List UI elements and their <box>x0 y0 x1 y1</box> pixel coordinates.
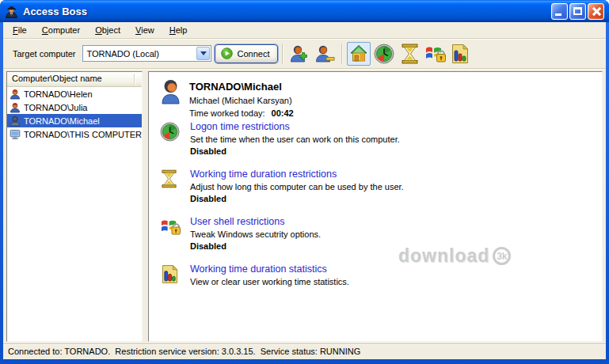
logon-time-restrictions-link[interactable]: Logon time restrictions <box>190 121 290 132</box>
status-bar: Connected to: TORNADO. Restriction servi… <box>3 343 606 359</box>
remove-user-button[interactable] <box>313 42 337 66</box>
list-item-michael[interactable]: TORNADO\Michael <box>7 114 142 127</box>
section-status: Disabled <box>190 146 400 156</box>
target-computer-label: Target computer <box>13 49 75 59</box>
list-column-header[interactable]: Computer\Object name <box>7 72 142 87</box>
add-user-button[interactable] <box>287 42 311 66</box>
windows-lock-icon <box>424 44 446 63</box>
user-icon <box>10 89 21 100</box>
list-item-label: TORNADO\THIS COMPUTER <box>24 130 142 139</box>
statistics-button[interactable] <box>448 42 472 66</box>
list-item-label: TORNADO\Michael <box>24 116 100 126</box>
user-name: TORNADO\Michael <box>189 79 294 93</box>
details-panel: TORNADO\Michael Michael (Michael Karsyan… <box>148 71 603 342</box>
combobox-dropdown-button[interactable] <box>196 47 210 60</box>
app-window: Access Boss File Computer Object View He… <box>0 0 609 364</box>
chart-document-icon <box>451 44 469 64</box>
list-item-label: TORNADO\Helen <box>24 89 93 99</box>
section-description: Set the time when the user can work on t… <box>190 135 400 144</box>
toolbar-separator <box>282 44 283 64</box>
title-bar: Access Boss <box>0 0 609 22</box>
list-item-this-computer[interactable]: TORNADO\THIS COMPUTER <box>7 127 142 141</box>
add-user-icon <box>290 44 310 63</box>
connect-label: Connect <box>237 49 269 59</box>
close-button[interactable] <box>588 3 604 20</box>
remove-user-icon <box>315 44 335 63</box>
section-status: Disabled <box>190 241 321 251</box>
time-worked-value: 00:42 <box>272 108 294 118</box>
user-icon <box>10 116 21 127</box>
working-time-statistics-link[interactable]: Working time duration statistics <box>190 264 327 275</box>
user-full-name: Michael (Michael Karsyan) <box>189 96 294 105</box>
computer-icon <box>10 129 21 140</box>
section-description: View or clear user working time statisti… <box>190 277 349 286</box>
section-working-time: Working time duration restrictions Adjus… <box>149 169 602 216</box>
clock-icon <box>374 44 394 64</box>
section-description: Tweak Windows secutrity options. <box>190 229 321 239</box>
menu-object[interactable]: Object <box>89 25 127 36</box>
windows-lock-icon <box>160 217 181 236</box>
computer-object-list: Computer\Object name TORNADO\Helen TORNA… <box>6 71 143 342</box>
logon-time-restrictions-button[interactable] <box>372 42 396 66</box>
section-user-shell: User shell restrictions Tweak Windows se… <box>149 216 602 264</box>
menu-help[interactable]: Help <box>163 25 194 36</box>
list-item-label: TORNADO\Julia <box>24 103 87 112</box>
window-title: Access Boss <box>23 6 550 17</box>
chevron-down-icon <box>200 51 207 55</box>
working-time-restrictions-button[interactable] <box>398 42 421 66</box>
hourglass-icon <box>402 44 418 64</box>
menu-view[interactable]: View <box>129 25 161 36</box>
section-status: Disabled <box>190 194 404 203</box>
user-shell-restrictions-link[interactable]: User shell restrictions <box>190 216 284 227</box>
menu-computer[interactable]: Computer <box>36 25 86 36</box>
combobox-value: TORNADO (Local) <box>83 49 196 59</box>
menu-bar: File Computer Object View Help <box>3 22 606 38</box>
clock-icon <box>160 122 180 142</box>
working-time-restrictions-link[interactable]: Working time duration restrictions <box>190 169 337 180</box>
connect-button[interactable]: Connect <box>215 44 278 63</box>
time-worked-label: Time worked today: <box>189 108 265 118</box>
section-statistics: Working time duration statistics View or… <box>149 264 602 311</box>
client-area: File Computer Object View Help Target co… <box>3 22 606 359</box>
connect-play-icon <box>221 47 233 59</box>
hourglass-icon <box>162 169 177 188</box>
maximize-icon <box>573 7 582 15</box>
minimize-icon <box>555 13 561 16</box>
list-item-julia[interactable]: TORNADO\Julia <box>7 100 142 114</box>
section-logon-time: Logon time restrictions Set the time whe… <box>149 121 602 169</box>
section-description: Adjust how long this computer can be use… <box>190 182 404 191</box>
user-summary: TORNADO\Michael Michael (Michael Karsyan… <box>149 72 602 121</box>
user-icon <box>10 102 21 113</box>
selected-user-icon <box>160 79 181 104</box>
minimize-button[interactable] <box>551 3 568 20</box>
list-item-helen[interactable]: TORNADO\Helen <box>7 87 142 100</box>
toolbar-separator <box>341 44 342 64</box>
house-icon <box>349 44 368 63</box>
chart-document-icon <box>162 264 178 284</box>
app-boss-icon <box>5 5 18 18</box>
menu-file[interactable]: File <box>6 25 33 36</box>
toolbar: Target computer TORNADO (Local) Connect <box>3 38 606 69</box>
main-screen-button[interactable] <box>347 42 371 66</box>
target-computer-combobox[interactable]: TORNADO (Local) <box>82 45 211 62</box>
user-shell-restrictions-button[interactable] <box>423 42 447 66</box>
maximize-button[interactable] <box>569 3 586 20</box>
